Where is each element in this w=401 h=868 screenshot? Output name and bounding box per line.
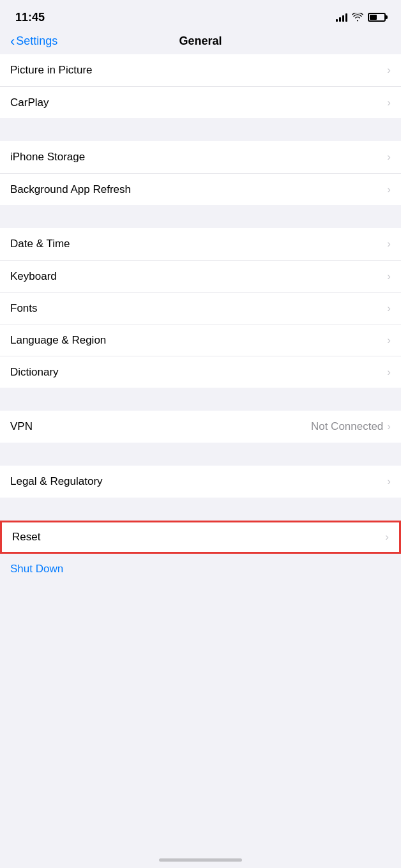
vpn-label: VPN: [10, 420, 33, 433]
keyboard-label: Keyboard: [10, 270, 57, 283]
signal-icon: [336, 13, 347, 22]
date-time-label: Date & Time: [10, 238, 70, 250]
row-right: ›: [387, 475, 391, 488]
chevron-icon: ›: [387, 96, 391, 109]
chevron-icon: ›: [387, 302, 391, 315]
row-right: ›: [387, 302, 391, 315]
row-right: ›: [385, 531, 389, 544]
carplay-label: CarPlay: [10, 96, 49, 109]
chevron-icon: ›: [387, 183, 391, 196]
bottom-section: [0, 584, 401, 636]
vpn-value: Not Connected: [311, 420, 383, 433]
carplay-row[interactable]: CarPlay ›: [0, 86, 401, 118]
row-right: ›: [387, 183, 391, 196]
chevron-icon: ›: [387, 366, 391, 379]
row-right: ›: [387, 238, 391, 250]
home-indicator: [159, 858, 242, 862]
iphone-storage-row[interactable]: iPhone Storage ›: [0, 141, 401, 173]
group-separator-2: [0, 205, 401, 228]
row-right: ›: [387, 64, 391, 77]
dictionary-row[interactable]: Dictionary ›: [0, 356, 401, 388]
status-icons: [336, 13, 386, 22]
settings-group-4: VPN Not Connected ›: [0, 411, 401, 443]
chevron-icon: ›: [387, 270, 391, 283]
chevron-icon: ›: [387, 334, 391, 347]
row-right: ›: [387, 270, 391, 283]
battery-icon: [368, 13, 386, 22]
background-app-refresh-row[interactable]: Background App Refresh ›: [0, 173, 401, 205]
shutdown-link[interactable]: Shut Down: [10, 563, 63, 575]
back-label: Settings: [16, 34, 57, 48]
vpn-row[interactable]: VPN Not Connected ›: [0, 411, 401, 443]
chevron-icon: ›: [387, 475, 391, 488]
row-right: ›: [387, 96, 391, 109]
settings-group-3: Date & Time › Keyboard › Fonts › Languag…: [0, 228, 401, 388]
chevron-icon: ›: [387, 420, 391, 433]
row-right: ›: [387, 151, 391, 164]
keyboard-row[interactable]: Keyboard ›: [0, 260, 401, 292]
picture-in-picture-row[interactable]: Picture in Picture ›: [0, 54, 401, 86]
reset-label: Reset: [12, 531, 40, 544]
date-time-row[interactable]: Date & Time ›: [0, 228, 401, 260]
wifi-icon: [352, 13, 363, 22]
shutdown-row[interactable]: Shut Down: [0, 554, 401, 584]
settings-group-1: Picture in Picture › CarPlay ›: [0, 54, 401, 118]
background-app-refresh-label: Background App Refresh: [10, 183, 131, 196]
group-separator-1: [0, 118, 401, 141]
row-right: ›: [387, 334, 391, 347]
fonts-label: Fonts: [10, 302, 38, 315]
chevron-icon: ›: [385, 531, 389, 544]
row-right: ›: [387, 366, 391, 379]
page-title: General: [179, 34, 222, 48]
dictionary-label: Dictionary: [10, 366, 59, 379]
group-separator-3: [0, 388, 401, 411]
iphone-storage-label: iPhone Storage: [10, 151, 85, 164]
row-right: Not Connected ›: [311, 420, 391, 433]
settings-group-5: Legal & Regulatory ›: [0, 466, 401, 498]
legal-regulatory-row[interactable]: Legal & Regulatory ›: [0, 466, 401, 498]
settings-group-2: iPhone Storage › Background App Refresh …: [0, 141, 401, 205]
back-chevron-icon: ‹: [10, 34, 15, 49]
language-region-row[interactable]: Language & Region ›: [0, 324, 401, 356]
legal-regulatory-label: Legal & Regulatory: [10, 475, 103, 488]
nav-bar: ‹ Settings General: [0, 31, 401, 54]
back-button[interactable]: ‹ Settings: [10, 34, 57, 49]
status-bar: 11:45: [0, 0, 401, 31]
status-time: 11:45: [15, 11, 45, 24]
picture-in-picture-label: Picture in Picture: [10, 64, 93, 77]
chevron-icon: ›: [387, 238, 391, 250]
group-separator-4: [0, 443, 401, 466]
group-separator-5: [0, 498, 401, 521]
language-region-label: Language & Region: [10, 334, 106, 347]
reset-row[interactable]: Reset ›: [0, 521, 401, 554]
fonts-row[interactable]: Fonts ›: [0, 292, 401, 324]
chevron-icon: ›: [387, 64, 391, 77]
chevron-icon: ›: [387, 151, 391, 164]
